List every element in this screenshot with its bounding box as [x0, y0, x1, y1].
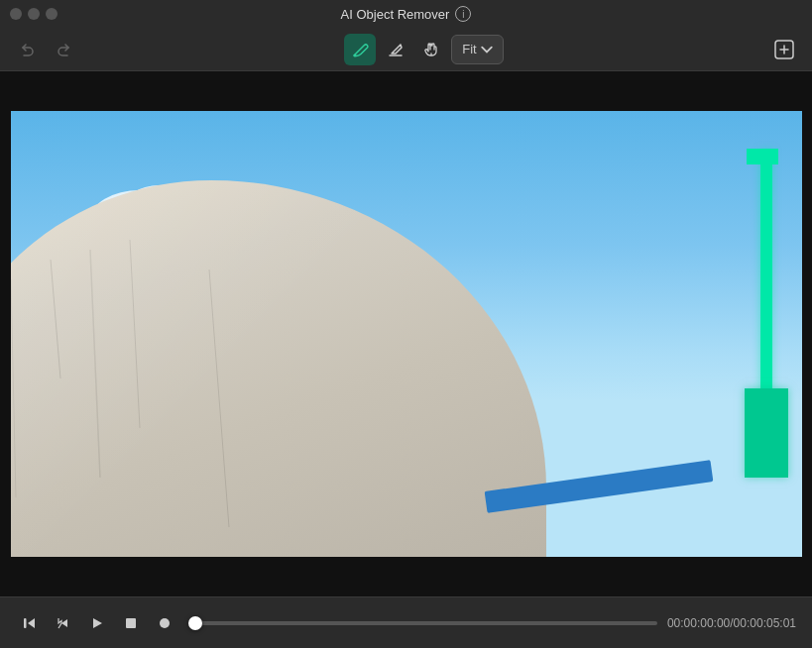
history-controls [12, 34, 79, 65]
redo-button[interactable] [48, 34, 79, 65]
svg-line-6 [51, 260, 60, 378]
record-button[interactable] [151, 609, 178, 637]
svg-rect-12 [126, 618, 136, 628]
minimize-button[interactable] [28, 8, 40, 20]
drawing-tools: Fit [87, 34, 760, 65]
export-button[interactable] [768, 34, 800, 65]
pan-tool-button[interactable] [415, 34, 447, 65]
title-bar: AI Object Remover i [0, 0, 812, 28]
svg-point-0 [354, 54, 357, 56]
toolbar-right [768, 34, 800, 65]
undo-button[interactable] [12, 34, 44, 65]
svg-line-10 [209, 270, 229, 527]
svg-line-9 [11, 279, 16, 497]
progress-track[interactable] [188, 621, 657, 625]
video-canvas-area [0, 71, 812, 596]
info-icon[interactable]: i [455, 6, 471, 22]
video-frame[interactable] [11, 111, 802, 557]
play-button[interactable] [83, 609, 111, 637]
playback-controls [16, 609, 178, 637]
tower-base [745, 388, 788, 478]
fit-label: Fit [462, 42, 476, 56]
title-label: AI Object Remover [341, 7, 450, 22]
stop-button[interactable] [117, 609, 145, 637]
svg-line-8 [90, 250, 100, 478]
close-button[interactable] [10, 8, 22, 20]
dome-structure [11, 180, 546, 557]
window-controls [10, 8, 58, 20]
toolbar: Fit [0, 28, 812, 71]
time-display: 00:00:00:00/00:00:05:01 [667, 616, 796, 630]
fit-dropdown[interactable]: Fit [451, 35, 503, 64]
progress-thumb[interactable] [188, 616, 202, 630]
dome-details [11, 180, 546, 557]
svg-point-13 [160, 618, 170, 628]
playback-bar: 00:00:00:00/00:00:05:01 [0, 596, 812, 648]
svg-line-7 [130, 240, 140, 428]
brush-tool-button[interactable] [344, 34, 376, 65]
tower-top [747, 149, 778, 164]
app-title: AI Object Remover i [341, 6, 472, 22]
svg-rect-11 [24, 618, 27, 628]
prev-frame-button[interactable] [16, 609, 44, 637]
maximize-button[interactable] [46, 8, 58, 20]
step-forward-button[interactable] [50, 609, 77, 637]
eraser-tool-button[interactable] [380, 34, 411, 65]
